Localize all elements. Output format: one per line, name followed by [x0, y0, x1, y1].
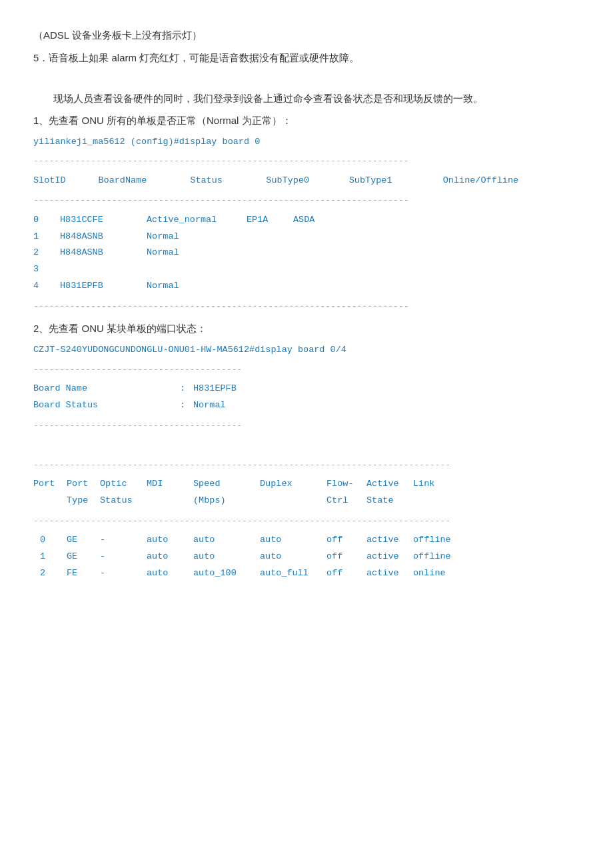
col-mdi-b: [147, 493, 193, 509]
board-status-label: Board Status: [33, 397, 180, 414]
slot-0: 0: [33, 212, 60, 229]
port-link-2: online: [413, 565, 580, 582]
col-subtype1: SubType1: [349, 173, 432, 189]
col-port1: Port: [33, 476, 67, 493]
subtype1-2: [293, 245, 346, 261]
port-num-0: 0: [33, 532, 67, 549]
online-4: [346, 278, 580, 295]
table-row: 0 H831CCFE Active_normal EP1A ASDA: [33, 212, 580, 229]
port-optic-1: -: [100, 549, 147, 565]
board-name-row: Board Name : H831EPFB: [33, 381, 243, 397]
section1-paragraph: 现场人员查看设备硬件的同时，我们登录到设备上通过命令查看设备状态是否和现场反馈的…: [33, 90, 580, 107]
subtype0-1: [247, 229, 293, 245]
port-flowctrl-1: off: [326, 549, 366, 565]
col-port2: Port: [67, 476, 100, 493]
port-flowctrl-0: off: [326, 532, 366, 549]
subtype0-2: [247, 245, 293, 261]
port-data-table: 0 GE - auto auto auto off active offline…: [33, 532, 580, 582]
port-mdi-2: auto: [147, 565, 193, 582]
intro-line1: （ADSL 设备业务板卡上没有指示灯）: [33, 27, 580, 44]
port-speed-2: auto_100: [193, 565, 260, 582]
col-online: Online/Offline: [443, 173, 580, 189]
subtype0-4: [247, 278, 293, 295]
port-speed-0: auto: [193, 532, 260, 549]
section1: 现场人员查看设备硬件的同时，我们登录到设备上通过命令查看设备状态是否和现场反馈的…: [33, 90, 580, 314]
online-2: [346, 245, 580, 261]
port-type-0: GE: [67, 532, 100, 549]
section2-cmd: CZJT-S240YUDONGCUNDONGLU-ONU01-HW-MA5612…: [33, 343, 580, 358]
subtype1-0: ASDA: [293, 212, 346, 229]
boardname-4: H831EPFB: [60, 278, 147, 295]
boardname-3: [60, 261, 147, 278]
col-mdi: MDI: [147, 476, 193, 493]
col-speed: Speed: [193, 476, 260, 493]
port-type-1: GE: [67, 549, 100, 565]
col-state: State: [366, 493, 413, 509]
port-optic-2: -: [100, 565, 147, 582]
section1-label: 1、先查看 ONU 所有的单板是否正常（Normal 为正常）：: [33, 112, 580, 129]
port-header-row2: Type Status (Mbps) Ctrl State: [33, 493, 580, 509]
section1-cmd: yiliankeji_ma5612 (config)#display board…: [33, 135, 580, 150]
status-2: Normal: [147, 245, 247, 261]
board-info-table: Board Name : H831EPFB Board Status : Nor…: [33, 381, 243, 414]
board-status-val: Normal: [193, 397, 243, 414]
col-optic: Optic: [100, 476, 147, 493]
port-active-1: active: [366, 549, 413, 565]
col-active: Active: [366, 476, 413, 493]
port-table-header: Port Port Optic MDI Speed Duplex Flow- A…: [33, 476, 580, 509]
board-data-table: 0 H831CCFE Active_normal EP1A ASDA 1 H84…: [33, 212, 580, 295]
col-flow: Flow-: [326, 476, 366, 493]
table-row: 2 H848ASNB Normal: [33, 245, 580, 261]
col-slotid: SlotID: [33, 173, 98, 189]
status-4: Normal: [147, 278, 247, 295]
col-port1b: [33, 493, 67, 509]
port-mdi-0: auto: [147, 532, 193, 549]
table-row: 0 GE - auto auto auto off active offline: [33, 532, 580, 549]
table-row: 4 H831EPFB Normal: [33, 278, 580, 295]
boardname-1: H848ASNB: [60, 229, 147, 245]
intro-line2: 5．语音板上如果 alarm 灯亮红灯，可能是语音数据没有配置或硬件故障。: [33, 49, 580, 67]
sep-long2: ----------------------------------------…: [33, 513, 580, 528]
board-name-label: Board Name: [33, 381, 180, 397]
col-mbps: (Mbps): [193, 493, 260, 509]
port-duplex-2: auto_full: [260, 565, 326, 582]
table-row: 2 FE - auto auto_100 auto_full off activ…: [33, 565, 580, 582]
port-duplex-1: auto: [260, 549, 326, 565]
col-space1: [255, 173, 267, 189]
port-num-2: 2: [33, 565, 67, 582]
slot-3: 3: [33, 261, 60, 278]
col-duplex-b: [260, 493, 326, 509]
sep2: ----------------------------------------…: [33, 193, 580, 207]
status-1: Normal: [147, 229, 247, 245]
online-1: [346, 229, 580, 245]
col-link: Link: [413, 476, 580, 493]
col-type: Type: [67, 493, 100, 509]
subtype0-3: [247, 261, 293, 278]
board-table: SlotID BoardName Status SubType0 SubType…: [33, 173, 580, 189]
col-status: Status: [100, 493, 147, 509]
port-active-2: active: [366, 565, 413, 582]
board-name-colon: :: [180, 381, 193, 397]
intro-section: （ADSL 设备业务板卡上没有指示灯） 5．语音板上如果 alarm 灯亮红灯，…: [33, 27, 580, 66]
sep1: ----------------------------------------…: [33, 153, 580, 168]
subtype1-4: [293, 278, 346, 295]
slot-2: 2: [33, 245, 60, 261]
boardname-0: H831CCFE: [60, 212, 147, 229]
online-0: [346, 212, 580, 229]
port-mdi-1: auto: [147, 549, 193, 565]
subtype0-0: EP1A: [247, 212, 293, 229]
port-link-0: offline: [413, 532, 580, 549]
table-row: 1 GE - auto auto auto off active offline: [33, 549, 580, 565]
col-boardname: BoardName: [98, 173, 190, 189]
col-ctrl: Ctrl: [326, 493, 366, 509]
sep-short2: ----------------------------------------: [33, 418, 580, 433]
col-subtype0: SubType0: [266, 173, 348, 189]
port-header-row1: Port Port Optic MDI Speed Duplex Flow- A…: [33, 476, 580, 493]
port-speed-1: auto: [193, 549, 260, 565]
port-link-1: offline: [413, 549, 580, 565]
sep3: ----------------------------------------…: [33, 299, 580, 313]
port-optic-0: -: [100, 532, 147, 549]
subtype1-3: [293, 261, 346, 278]
sep-long1: ----------------------------------------…: [33, 457, 580, 472]
boardname-2: H848ASNB: [60, 245, 147, 261]
